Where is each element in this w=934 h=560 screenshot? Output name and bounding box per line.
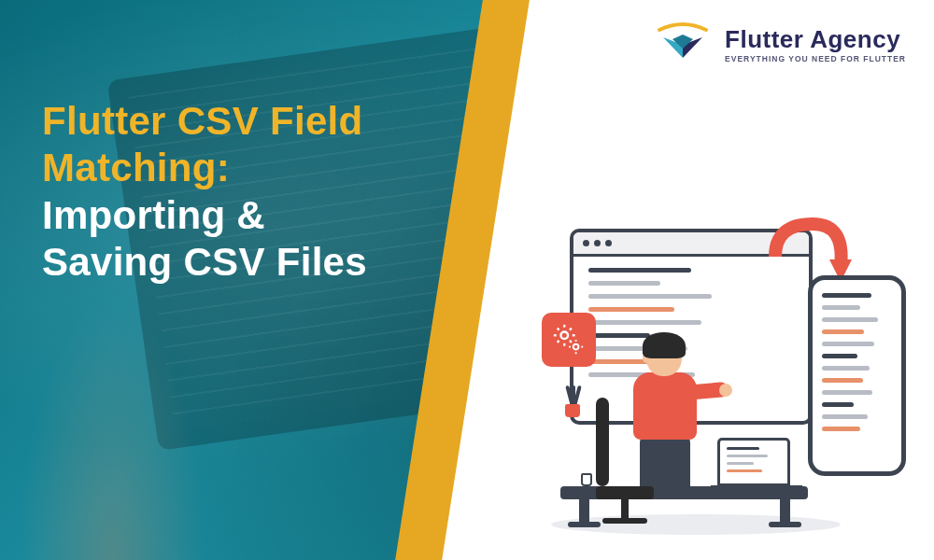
code-line bbox=[727, 447, 759, 450]
coffee-cup-illustration bbox=[581, 473, 592, 486]
code-line bbox=[822, 414, 868, 419]
svg-point-0 bbox=[560, 331, 568, 339]
code-line bbox=[727, 469, 762, 472]
laptop-screen-lines bbox=[720, 441, 787, 483]
svg-line-8 bbox=[558, 341, 559, 343]
title-line-4: Saving CSV Files bbox=[42, 239, 367, 286]
person-hand bbox=[719, 384, 732, 397]
background-hand-illustration bbox=[19, 299, 205, 560]
laptop-illustration bbox=[717, 438, 790, 486]
svg-line-7 bbox=[570, 329, 572, 330]
code-line bbox=[588, 268, 691, 273]
svg-line-6 bbox=[570, 341, 572, 343]
brand-logo: Flutter Agency EVERYTHING YOU NEED FOR F… bbox=[654, 21, 906, 67]
code-line bbox=[588, 281, 660, 286]
phone-illustration bbox=[808, 275, 906, 476]
chair-base bbox=[602, 518, 647, 524]
window-dot-icon bbox=[605, 240, 612, 246]
code-line bbox=[822, 329, 864, 334]
person-legs bbox=[640, 435, 690, 486]
svg-line-5 bbox=[558, 329, 559, 330]
developer-illustration bbox=[495, 191, 906, 527]
flutter-agency-logo-icon bbox=[654, 21, 712, 67]
code-line bbox=[822, 366, 870, 371]
code-line bbox=[822, 354, 857, 358]
window-dot-icon bbox=[583, 240, 589, 246]
svg-point-9 bbox=[573, 344, 579, 350]
title-line-1: Flutter CSV Field bbox=[42, 98, 367, 145]
code-line bbox=[822, 317, 878, 322]
code-line bbox=[588, 307, 674, 312]
desk-foot bbox=[769, 522, 801, 527]
brand-name: Flutter Agency bbox=[725, 25, 906, 54]
code-line bbox=[822, 378, 863, 383]
banner-container: Flutter CSV Field Matching: Importing & … bbox=[0, 0, 934, 560]
title-block: Flutter CSV Field Matching: Importing & … bbox=[42, 98, 367, 287]
chair-pole bbox=[621, 497, 629, 520]
brand-tagline: EVERYTHING YOU NEED FOR FLUTTER bbox=[725, 54, 906, 63]
code-line bbox=[822, 342, 874, 346]
plant-illustration bbox=[564, 387, 581, 417]
brand-text-block: Flutter Agency EVERYTHING YOU NEED FOR F… bbox=[725, 25, 906, 63]
title-line-3: Importing & bbox=[42, 192, 367, 239]
person-illustration bbox=[607, 337, 719, 486]
code-line bbox=[588, 294, 712, 299]
plant-pot bbox=[565, 404, 580, 417]
code-line bbox=[727, 455, 768, 457]
gear-icon bbox=[551, 322, 587, 357]
code-line bbox=[822, 390, 872, 395]
desk-foot bbox=[568, 522, 601, 527]
code-line bbox=[727, 462, 754, 465]
code-line bbox=[588, 320, 701, 325]
gear-badge bbox=[542, 313, 596, 367]
code-line bbox=[822, 402, 854, 407]
window-dot-icon bbox=[594, 240, 601, 246]
code-line bbox=[822, 305, 860, 310]
code-line bbox=[822, 427, 860, 431]
person-body bbox=[633, 372, 697, 440]
title-line-2: Matching: bbox=[42, 145, 367, 191]
person-hair bbox=[643, 332, 686, 358]
code-line bbox=[822, 293, 871, 298]
